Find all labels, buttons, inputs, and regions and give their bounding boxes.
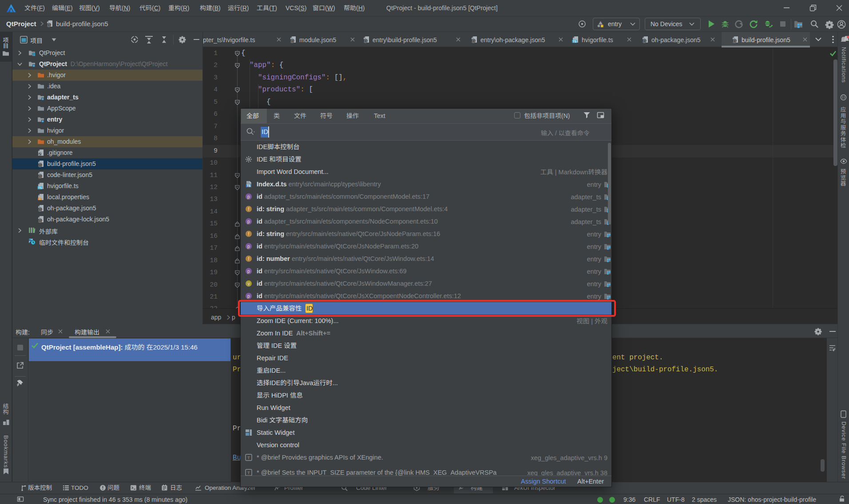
- svg-text:{}: {}: [291, 38, 294, 43]
- svg-text:{}: {}: [364, 38, 367, 43]
- svg-text:{}: {}: [643, 38, 646, 43]
- svg-text:{}: {}: [733, 38, 736, 43]
- svg-text:{}: {}: [48, 22, 50, 27]
- svg-text:TS: TS: [573, 40, 577, 43]
- svg-text:{}: {}: [39, 162, 41, 167]
- svg-text:{}: {}: [472, 38, 475, 43]
